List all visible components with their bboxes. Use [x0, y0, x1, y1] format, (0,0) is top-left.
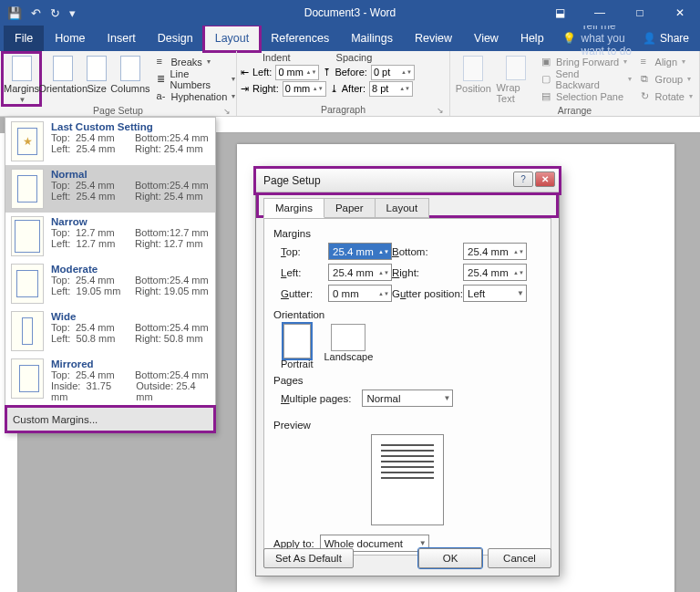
left-input[interactable]: 25.4 mm▲▼ [328, 264, 392, 281]
margins-preset-moderate[interactable]: ModerateTop: 25.4 mmBottom:25.4 mmLeft: … [5, 260, 215, 307]
breaks-icon: ≡ [157, 56, 169, 68]
cancel-button[interactable]: Cancel [488, 548, 551, 568]
group-icon: ⧉ [641, 73, 653, 85]
group-button[interactable]: ⧉Group▾ [638, 71, 695, 87]
rotate-icon: ↻ [641, 90, 653, 102]
hyphenation-button[interactable]: a-Hyphenation▾ [154, 88, 239, 104]
margins-preset-mirrored[interactable]: MirroredTop: 25.4 mmBottom:25.4 mmInside… [5, 355, 215, 406]
paragraph-group-label: Paragraph↘ [241, 103, 446, 116]
selection-pane-button[interactable]: ▤Selection Pane [539, 88, 633, 104]
ribbon-display-options-icon[interactable]: ⬓ [540, 0, 580, 26]
spacing-after-icon: ⤓ [330, 83, 338, 95]
pages-section-label: Pages [273, 375, 541, 386]
multiple-pages-select[interactable]: Normal▼ [362, 389, 453, 407]
gutter-pos-select[interactable]: Left▼ [463, 285, 527, 302]
columns-button[interactable]: Columns [110, 54, 149, 104]
dialog-tab-margins[interactable]: Margins [263, 198, 324, 218]
right-input[interactable]: 25.4 mm▲▼ [463, 264, 527, 281]
custom-margins-item[interactable]: Custom Margins... [5, 406, 215, 432]
send-backward-icon: ▢ [541, 73, 552, 85]
gutter-label: Gutter: [281, 288, 328, 299]
dialog-tab-paper[interactable]: Paper [324, 198, 376, 218]
orientation-icon [53, 56, 73, 81]
align-button[interactable]: ≡Align▾ [638, 54, 695, 69]
dialog-close-button[interactable]: ✕ [535, 171, 555, 187]
bulb-icon: 💡 [562, 32, 576, 45]
portrait-button[interactable]: Portrait [281, 324, 313, 369]
send-backward-button[interactable]: ▢Send Backward▾ [539, 71, 633, 87]
tell-me-search[interactable]: 💡 Tell me what you want to do [562, 26, 632, 51]
tab-insert[interactable]: Insert [97, 26, 147, 51]
margins-preset-narrow[interactable]: NarrowTop: 12.7 mmBottom:12.7 mmLeft: 12… [5, 213, 215, 260]
set-as-default-button[interactable]: Set As Default [263, 548, 354, 568]
chevron-down-icon: ▼ [19, 96, 26, 104]
dialog-tabs: Margins Paper Layout [256, 192, 559, 218]
selection-pane-icon: ▤ [541, 90, 553, 102]
margins-button[interactable]: Margins ▼ [4, 54, 39, 104]
margins-preset-icon [11, 311, 44, 351]
tab-file[interactable]: File [4, 26, 44, 51]
maximize-button[interactable]: □ [620, 0, 660, 26]
paragraph-launcher[interactable]: ↘ [437, 106, 444, 115]
undo-icon[interactable]: ↶ [31, 6, 41, 20]
redo-icon[interactable]: ↻ [50, 6, 60, 20]
position-icon [463, 56, 483, 81]
left-label: Left: [281, 267, 328, 278]
orientation-section-label: Orientation [273, 309, 541, 320]
preset-title: Mirrored [51, 358, 210, 369]
page-setup-launcher[interactable]: ↘ [223, 107, 231, 116]
wrap-text-button[interactable]: Wrap Text [497, 54, 536, 104]
indent-left-input[interactable]: 0 mm▲▼ [275, 65, 319, 80]
preset-title: Last Custom Setting [51, 121, 210, 132]
tab-references[interactable]: References [260, 26, 340, 51]
breaks-button[interactable]: ≡Breaks▾ [154, 54, 239, 69]
hyphenation-icon: a- [157, 90, 169, 102]
orientation-button[interactable]: Orientation [43, 54, 83, 104]
dialog-help-button[interactable]: ? [513, 171, 533, 187]
margins-icon [12, 56, 32, 81]
landscape-button[interactable]: Landscape [324, 324, 373, 369]
tab-help[interactable]: Help [510, 26, 555, 51]
tab-layout[interactable]: Layout [204, 26, 261, 51]
preview-graphic [371, 434, 444, 525]
landscape-icon [331, 324, 365, 351]
tab-mailings[interactable]: Mailings [340, 26, 404, 51]
line-numbers-icon: ≣ [157, 73, 168, 85]
minimize-button[interactable]: — [580, 0, 620, 26]
margins-preset-icon [11, 358, 44, 399]
dialog-tab-layout[interactable]: Layout [375, 198, 430, 218]
gutter-input[interactable]: 0 mm▲▼ [328, 285, 392, 302]
save-icon[interactable]: 💾 [7, 6, 22, 20]
margins-preset-last[interactable]: Last Custom SettingTop: 25.4 mmBottom:25… [5, 118, 215, 165]
margins-preset-normal[interactable]: NormalTop: 25.4 mmBottom:25.4 mmLeft: 25… [5, 165, 215, 213]
share-icon: 👤 [643, 32, 656, 45]
tab-home[interactable]: Home [44, 26, 96, 51]
position-button[interactable]: Position [454, 54, 493, 104]
indent-right-input[interactable]: 0 mm▲▼ [283, 81, 326, 97]
columns-icon [120, 56, 140, 81]
page-setup-group-label: Page Setup↘ [4, 104, 232, 117]
tab-design[interactable]: Design [147, 26, 204, 51]
bottom-input[interactable]: 25.4 mm▲▼ [463, 243, 527, 260]
rotate-button[interactable]: ↻Rotate▾ [638, 88, 695, 104]
line-numbers-button[interactable]: ≣Line Numbers▾ [154, 71, 239, 87]
size-button[interactable]: Size [87, 54, 107, 104]
qat-customize-icon[interactable]: ▾ [69, 6, 76, 20]
size-icon [87, 56, 107, 81]
spacing-after-input[interactable]: 8 pt▲▼ [369, 81, 413, 97]
preview-section-label: Preview [273, 420, 541, 431]
close-button[interactable]: ✕ [660, 0, 700, 26]
top-input[interactable]: 25.4 mm▲▼ [328, 243, 392, 260]
ok-button[interactable]: OK [418, 548, 482, 568]
top-label: Top: [281, 246, 328, 257]
dialog-titlebar[interactable]: Page Setup ? ✕ [256, 169, 559, 192]
bring-forward-button[interactable]: ▣Bring Forward▾ [539, 54, 633, 69]
tab-view[interactable]: View [463, 26, 510, 51]
spacing-before-input[interactable]: 0 pt▲▼ [371, 65, 415, 80]
margins-preset-icon [11, 169, 44, 209]
indent-right-icon: ⇥ [241, 83, 249, 95]
tab-review[interactable]: Review [404, 26, 463, 51]
margins-preset-wide[interactable]: WideTop: 25.4 mmBottom:25.4 mmLeft: 50.8… [5, 307, 215, 355]
indent-left-icon: ⇤ [241, 67, 249, 78]
share-button[interactable]: 👤 Share [632, 26, 700, 51]
